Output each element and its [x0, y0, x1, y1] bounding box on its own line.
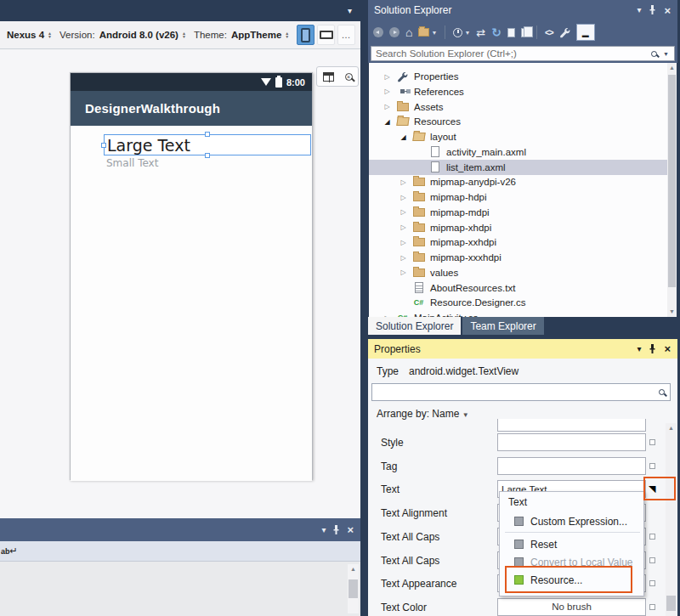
home-button[interactable]: ⌂: [405, 26, 412, 38]
property-marker-icon[interactable]: [649, 463, 655, 469]
pin-icon[interactable]: [332, 525, 340, 535]
property-marker-icon[interactable]: [649, 604, 655, 610]
pin-icon[interactable]: [649, 5, 656, 15]
expander-icon[interactable]: ▷: [399, 223, 408, 231]
properties-wrench-button[interactable]: [559, 27, 570, 38]
expander-icon[interactable]: ▷: [399, 239, 408, 246]
tree-item-mipmap-xxhdpi[interactable]: ▷mipmap-xxhdpi: [369, 235, 666, 250]
pin-icon[interactable]: [649, 344, 656, 354]
expander-icon[interactable]: ▷: [399, 268, 408, 276]
collapse-all-button[interactable]: [507, 28, 515, 37]
layout-surface[interactable]: Large Text Small Text: [71, 126, 312, 481]
menu-item-custom-expression[interactable]: Custom Expression...: [500, 512, 643, 530]
tree-item-mipmap-anydpi-v26[interactable]: ▷mipmap-anydpi-v26: [369, 174, 666, 189]
tree-item-layout[interactable]: ◢layout: [369, 129, 666, 144]
tree-item-mipmap-xhdpi[interactable]: ▷mipmap-xhdpi: [369, 220, 666, 235]
properties-scrollbar[interactable]: ▲: [666, 423, 677, 616]
property-marker-icon[interactable]: [649, 580, 655, 586]
expander-icon[interactable]: ▷: [382, 73, 392, 81]
tree-item-mipmap-mdpi[interactable]: ▷mipmap-mdpi: [369, 205, 666, 220]
chevron-down-icon[interactable]: ▾: [348, 6, 352, 15]
window-position-icon[interactable]: ▾: [321, 526, 326, 534]
version-dropdown[interactable]: Android 8.0 (v26): [99, 30, 178, 40]
small-text-value[interactable]: Small Text: [106, 157, 158, 169]
close-icon[interactable]: ×: [664, 343, 671, 354]
property-value-tag[interactable]: [497, 457, 646, 475]
resize-handle-bottom[interactable]: [205, 153, 210, 158]
properties-search-input[interactable]: [371, 383, 671, 401]
tab-team-explorer[interactable]: Team Explorer: [462, 317, 543, 335]
expander-icon[interactable]: ▷: [399, 194, 408, 201]
preview-selected-items-button[interactable]: ▬: [576, 24, 595, 41]
chevron-down-icon[interactable]: ▼: [663, 51, 669, 57]
expander-icon[interactable]: ▷: [399, 208, 408, 216]
device-spinner-icon[interactable]: ▲▼: [48, 31, 52, 38]
back-button[interactable]: [373, 27, 383, 37]
selected-textview[interactable]: Large Text: [104, 134, 311, 155]
scroll-up-icon[interactable]: ▲: [666, 423, 677, 433]
tree-item-mainactivity-cs[interactable]: ▷C#MainActivity.cs: [369, 310, 666, 317]
theme-dropdown[interactable]: AppTheme: [231, 30, 281, 40]
scroll-down-icon[interactable]: ▼: [667, 307, 677, 317]
word-wrap-icon[interactable]: ab↵: [1, 545, 18, 557]
landscape-orientation-button[interactable]: [317, 25, 335, 45]
tree-item-aboutresources-txt[interactable]: AboutResources.txt: [369, 280, 666, 296]
zoom-reset-icon[interactable]: ×: [345, 73, 353, 81]
expander-icon[interactable]: ◢: [399, 133, 408, 141]
tree-scrollbar[interactable]: ▲ ▼: [667, 63, 677, 317]
property-marker-icon[interactable]: [649, 534, 655, 540]
scroll-up-icon[interactable]: ▲: [348, 564, 359, 574]
sync-active-document-button[interactable]: ⇄: [476, 27, 485, 38]
scroll-thumb[interactable]: [348, 579, 358, 598]
portrait-orientation-button[interactable]: [297, 25, 314, 45]
expander-icon[interactable]: ▷: [382, 103, 392, 110]
search-input[interactable]: Search Solution Explorer (Ctrl+;) ▼: [371, 46, 675, 61]
tree-item-resource-designer-cs[interactable]: C#Resource.Designer.cs: [369, 295, 666, 310]
tree-item-properties[interactable]: ▷Properties: [369, 69, 666, 84]
expander-icon[interactable]: ▷: [399, 254, 408, 262]
close-icon[interactable]: ×: [347, 524, 354, 535]
refresh-button[interactable]: ↻: [491, 26, 502, 38]
expander-icon[interactable]: ◢: [382, 118, 392, 126]
tab-solution-explorer[interactable]: Solution Explorer: [368, 317, 461, 335]
scroll-thumb[interactable]: [666, 596, 676, 611]
view-code-button[interactable]: <>: [545, 28, 553, 37]
theme-spinner-icon[interactable]: ▲▼: [285, 31, 289, 38]
property-value-text-color[interactable]: No brush: [497, 598, 646, 616]
more-options-button[interactable]: …: [337, 25, 355, 45]
pane-splitter[interactable]: [360, 0, 368, 616]
window-position-icon[interactable]: ▾: [637, 6, 641, 14]
expander-icon[interactable]: ▷: [382, 88, 392, 95]
close-icon[interactable]: ×: [664, 5, 671, 16]
tree-item-resources[interactable]: ◢Resources: [369, 114, 666, 129]
output-panel-content[interactable]: ▲: [0, 562, 360, 616]
arrange-by-dropdown[interactable]: Arrange by: Name ▼: [377, 408, 469, 420]
property-marker-icon[interactable]: [649, 439, 655, 445]
expander-icon[interactable]: ▷: [399, 178, 408, 186]
property-value-style[interactable]: [497, 433, 646, 451]
device-dropdown[interactable]: Nexus 4: [7, 30, 44, 40]
clipped-property-box[interactable]: [497, 419, 646, 432]
tree-item-mipmap-hdpi[interactable]: ▷mipmap-hdpi: [369, 189, 666, 205]
resize-handle-left[interactable]: [101, 143, 106, 148]
pending-changes-filter-button[interactable]: ▼: [453, 28, 470, 37]
tree-item-assets[interactable]: ▷Assets: [369, 99, 666, 115]
show-all-files-button[interactable]: [521, 28, 529, 37]
output-scrollbar[interactable]: ▲: [348, 564, 359, 613]
tree-item-activity-main-axml[interactable]: activity_main.axml: [369, 144, 666, 160]
forward-button[interactable]: [389, 27, 400, 37]
switch-views-button[interactable]: ▼: [418, 28, 437, 37]
tree-item-mipmap-xxxhdpi[interactable]: ▷mipmap-xxxhdpi: [369, 250, 666, 265]
version-spinner-icon[interactable]: ▲▼: [182, 31, 186, 38]
scroll-up-icon[interactable]: ▲: [667, 63, 677, 73]
menu-item-reset[interactable]: Reset: [500, 535, 643, 553]
property-marker-icon[interactable]: [649, 557, 655, 563]
window-position-icon[interactable]: ▾: [637, 345, 641, 353]
scroll-thumb[interactable]: [668, 75, 676, 287]
search-icon[interactable]: [651, 51, 657, 57]
resize-handle-top[interactable]: [205, 132, 210, 137]
tree-item-values[interactable]: ▷values: [369, 265, 666, 280]
tree-item-references[interactable]: ▷References: [369, 84, 666, 99]
tree-item-list-item-axml[interactable]: list_item.axml: [369, 160, 677, 175]
split-view-icon[interactable]: [323, 72, 334, 82]
